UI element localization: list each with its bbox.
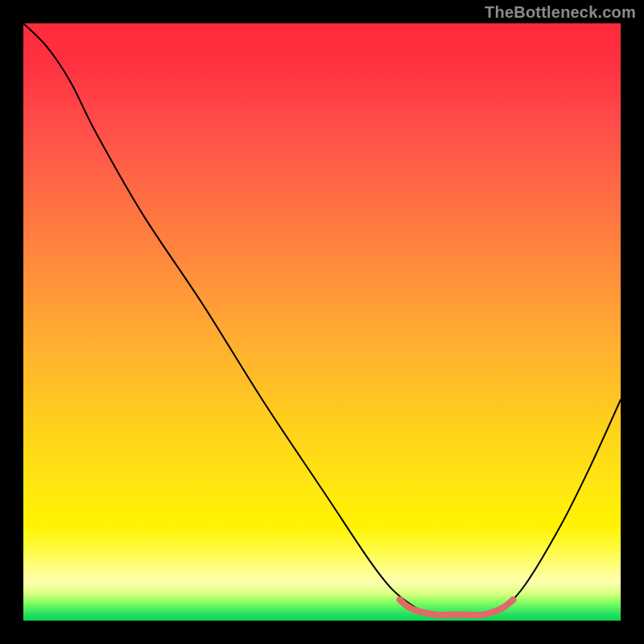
bottleneck-chart: TheBottleneck.com [0,0,644,644]
plot-gradient-background [23,23,621,621]
watermark-label: TheBottleneck.com [485,3,636,22]
